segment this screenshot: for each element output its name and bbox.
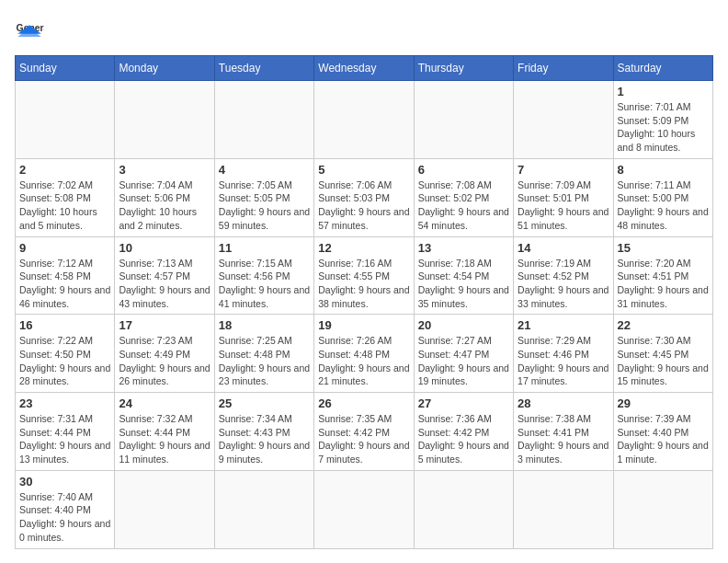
week-row-4: 16Sunrise: 7:22 AMSunset: 4:50 PMDayligh…: [16, 315, 713, 393]
day-info: Sunrise: 7:39 AMSunset: 4:40 PMDaylight:…: [618, 412, 709, 466]
day-number: 13: [418, 241, 509, 255]
day-info: Sunrise: 7:40 AMSunset: 4:40 PMDaylight:…: [19, 490, 110, 545]
calendar-table: SundayMondayTuesdayWednesdayThursdayFrid…: [15, 55, 713, 549]
day-number: 9: [19, 241, 110, 255]
day-number: 27: [418, 396, 509, 410]
day-info: Sunrise: 7:30 AMSunset: 4:45 PMDaylight:…: [618, 334, 709, 388]
day-info: Sunrise: 7:34 AMSunset: 4:43 PMDaylight:…: [219, 412, 310, 466]
day-number: 21: [518, 318, 609, 332]
day-number: 6: [418, 163, 509, 177]
calendar-cell: 20Sunrise: 7:27 AMSunset: 4:47 PMDayligh…: [414, 315, 513, 393]
day-number: 18: [219, 318, 310, 332]
calendar-body: 1Sunrise: 7:01 AMSunset: 5:09 PMDaylight…: [16, 81, 713, 549]
day-info: Sunrise: 7:06 AMSunset: 5:03 PMDaylight:…: [318, 178, 409, 233]
day-info: Sunrise: 7:31 AMSunset: 4:44 PMDaylight:…: [19, 412, 110, 466]
calendar-cell: [314, 470, 414, 548]
day-info: Sunrise: 7:26 AMSunset: 4:48 PMDaylight:…: [318, 334, 409, 388]
day-info: Sunrise: 7:11 AMSunset: 5:00 PMDaylight:…: [618, 178, 709, 233]
weekday-header-friday: Friday: [514, 56, 613, 81]
week-row-3: 9Sunrise: 7:12 AMSunset: 4:58 PMDaylight…: [16, 236, 713, 315]
calendar-cell: [314, 81, 414, 159]
calendar-cell: 22Sunrise: 7:30 AMSunset: 4:45 PMDayligh…: [613, 315, 712, 393]
calendar-cell: 4Sunrise: 7:05 AMSunset: 5:05 PMDaylight…: [214, 158, 313, 236]
calendar-cell: [115, 470, 214, 548]
day-number: 26: [318, 396, 409, 410]
calendar-cell: 17Sunrise: 7:23 AMSunset: 4:49 PMDayligh…: [115, 315, 214, 393]
day-info: Sunrise: 7:29 AMSunset: 4:46 PMDaylight:…: [518, 334, 609, 388]
day-info: Sunrise: 7:22 AMSunset: 4:50 PMDaylight:…: [19, 334, 110, 388]
day-info: Sunrise: 7:23 AMSunset: 4:49 PMDaylight:…: [119, 334, 210, 388]
calendar-cell: [613, 470, 712, 548]
day-info: Sunrise: 7:02 AMSunset: 5:08 PMDaylight:…: [19, 178, 110, 233]
calendar-cell: 9Sunrise: 7:12 AMSunset: 4:58 PMDaylight…: [16, 236, 115, 315]
weekday-row: SundayMondayTuesdayWednesdayThursdayFrid…: [16, 56, 713, 81]
day-info: Sunrise: 7:18 AMSunset: 4:54 PMDaylight:…: [418, 257, 509, 311]
day-number: 14: [518, 241, 609, 255]
day-number: 17: [119, 318, 210, 332]
calendar-cell: [514, 81, 613, 159]
day-number: 24: [119, 396, 210, 410]
day-number: 16: [19, 318, 110, 332]
day-number: 1: [618, 85, 709, 98]
day-info: Sunrise: 7:15 AMSunset: 4:56 PMDaylight:…: [219, 257, 310, 311]
weekday-header-tuesday: Tuesday: [214, 56, 313, 81]
weekday-header-monday: Monday: [115, 56, 214, 81]
day-number: 30: [19, 475, 110, 488]
calendar-cell: 7Sunrise: 7:09 AMSunset: 5:01 PMDaylight…: [514, 158, 613, 236]
day-number: 19: [318, 318, 409, 332]
calendar-cell: 11Sunrise: 7:15 AMSunset: 4:56 PMDayligh…: [214, 236, 313, 315]
day-info: Sunrise: 7:04 AMSunset: 5:06 PMDaylight:…: [119, 178, 210, 233]
day-info: Sunrise: 7:16 AMSunset: 4:55 PMDaylight:…: [318, 257, 409, 311]
day-info: Sunrise: 7:35 AMSunset: 4:42 PMDaylight:…: [318, 412, 409, 466]
calendar-cell: 3Sunrise: 7:04 AMSunset: 5:06 PMDaylight…: [115, 158, 214, 236]
calendar-cell: 13Sunrise: 7:18 AMSunset: 4:54 PMDayligh…: [414, 236, 513, 315]
calendar-cell: 2Sunrise: 7:02 AMSunset: 5:08 PMDaylight…: [16, 158, 115, 236]
day-info: Sunrise: 7:05 AMSunset: 5:05 PMDaylight:…: [219, 178, 310, 233]
calendar-cell: 21Sunrise: 7:29 AMSunset: 4:46 PMDayligh…: [514, 315, 613, 393]
calendar-cell: 10Sunrise: 7:13 AMSunset: 4:57 PMDayligh…: [115, 236, 214, 315]
day-number: 29: [618, 396, 709, 410]
day-number: 25: [219, 396, 310, 410]
calendar-cell: 23Sunrise: 7:31 AMSunset: 4:44 PMDayligh…: [16, 393, 115, 471]
calendar-cell: [414, 81, 513, 159]
weekday-header-thursday: Thursday: [414, 56, 513, 81]
day-number: 2: [19, 163, 110, 177]
day-info: Sunrise: 7:13 AMSunset: 4:57 PMDaylight:…: [119, 257, 210, 311]
calendar-cell: 16Sunrise: 7:22 AMSunset: 4:50 PMDayligh…: [16, 315, 115, 393]
calendar-cell: 6Sunrise: 7:08 AMSunset: 5:02 PMDaylight…: [414, 158, 513, 236]
calendar-cell: 24Sunrise: 7:32 AMSunset: 4:44 PMDayligh…: [115, 393, 214, 471]
calendar-cell: 15Sunrise: 7:20 AMSunset: 4:51 PMDayligh…: [613, 236, 712, 315]
weekday-header-wednesday: Wednesday: [314, 56, 414, 81]
day-number: 11: [219, 241, 310, 255]
calendar-cell: 29Sunrise: 7:39 AMSunset: 4:40 PMDayligh…: [613, 393, 712, 471]
day-info: Sunrise: 7:36 AMSunset: 4:42 PMDaylight:…: [418, 412, 509, 466]
calendar-cell: 18Sunrise: 7:25 AMSunset: 4:48 PMDayligh…: [214, 315, 313, 393]
day-info: Sunrise: 7:08 AMSunset: 5:02 PMDaylight:…: [418, 178, 509, 233]
day-info: Sunrise: 7:20 AMSunset: 4:51 PMDaylight:…: [618, 257, 709, 311]
day-number: 23: [19, 396, 110, 410]
logo-icon: General: [15, 15, 44, 44]
calendar-cell: 14Sunrise: 7:19 AMSunset: 4:52 PMDayligh…: [514, 236, 613, 315]
day-number: 22: [618, 318, 709, 332]
calendar-cell: [214, 81, 313, 159]
weekday-header-sunday: Sunday: [16, 56, 115, 81]
day-number: 5: [318, 163, 409, 177]
logo: General: [15, 15, 48, 44]
calendar-cell: [514, 470, 613, 548]
day-info: Sunrise: 7:01 AMSunset: 5:09 PMDaylight:…: [618, 100, 709, 155]
calendar-cell: 1Sunrise: 7:01 AMSunset: 5:09 PMDaylight…: [613, 81, 712, 159]
day-number: 7: [518, 163, 609, 177]
calendar-cell: 26Sunrise: 7:35 AMSunset: 4:42 PMDayligh…: [314, 393, 414, 471]
day-info: Sunrise: 7:25 AMSunset: 4:48 PMDaylight:…: [219, 334, 310, 388]
day-number: 10: [119, 241, 210, 255]
day-info: Sunrise: 7:32 AMSunset: 4:44 PMDaylight:…: [119, 412, 210, 466]
calendar-cell: 12Sunrise: 7:16 AMSunset: 4:55 PMDayligh…: [314, 236, 414, 315]
calendar-cell: 25Sunrise: 7:34 AMSunset: 4:43 PMDayligh…: [214, 393, 313, 471]
day-info: Sunrise: 7:27 AMSunset: 4:47 PMDaylight:…: [418, 334, 509, 388]
page-header: General: [15, 15, 713, 44]
week-row-1: 1Sunrise: 7:01 AMSunset: 5:09 PMDaylight…: [16, 81, 713, 159]
day-info: Sunrise: 7:19 AMSunset: 4:52 PMDaylight:…: [518, 257, 609, 311]
day-number: 20: [418, 318, 509, 332]
day-info: Sunrise: 7:09 AMSunset: 5:01 PMDaylight:…: [518, 178, 609, 233]
calendar-cell: 28Sunrise: 7:38 AMSunset: 4:41 PMDayligh…: [514, 393, 613, 471]
